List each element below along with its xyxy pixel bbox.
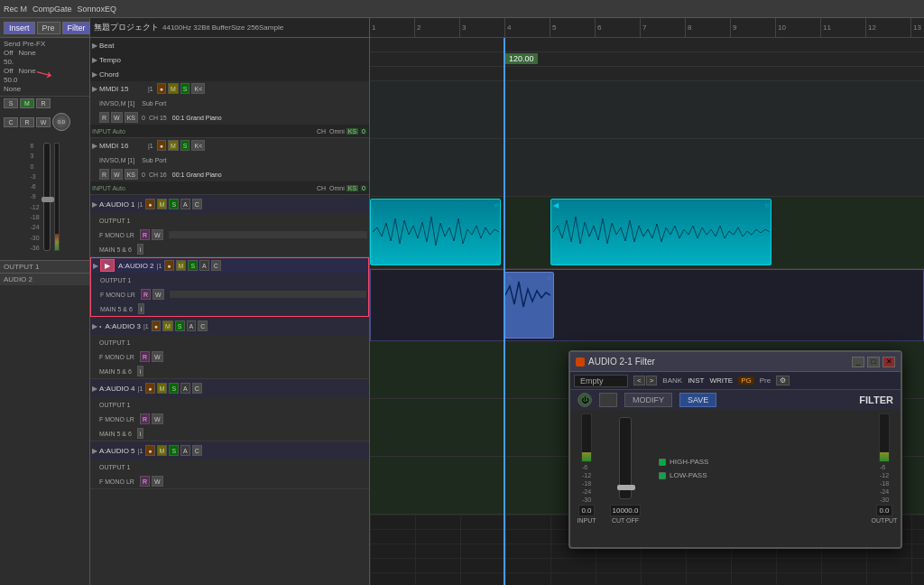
- midi15-arrange[interactable]: [370, 81, 924, 139]
- audio5-m[interactable]: M: [157, 445, 168, 456]
- audio3-s[interactable]: S: [175, 320, 185, 331]
- audio5-r2[interactable]: R: [140, 476, 150, 487]
- audio4-m[interactable]: M: [157, 383, 168, 394]
- lp-checkbox[interactable]: [659, 472, 666, 479]
- insert-tab[interactable]: Insert: [4, 22, 35, 34]
- hp-checkbox[interactable]: [659, 459, 666, 466]
- minimize-btn[interactable]: _: [852, 357, 864, 367]
- midi15-s[interactable]: S: [180, 83, 190, 94]
- maximize-btn[interactable]: □: [867, 357, 880, 367]
- cutoff-fader-thumb[interactable]: [617, 485, 635, 490]
- midi15-expand[interactable]: ▶: [92, 85, 97, 93]
- audio2-expand[interactable]: ▶: [93, 262, 98, 270]
- audio4-a[interactable]: A: [180, 383, 190, 394]
- audio3-w2[interactable]: W: [152, 351, 163, 362]
- midi16-r[interactable]: R: [99, 169, 109, 180]
- midi16-expand[interactable]: ▶: [92, 142, 97, 150]
- save-btn[interactable]: SAVE: [679, 393, 716, 407]
- audio1-expand[interactable]: ▶: [92, 200, 97, 209]
- midi15-w[interactable]: W: [111, 112, 123, 123]
- settings-btn[interactable]: ⚙: [776, 376, 790, 385]
- audio2-w2[interactable]: W: [152, 289, 164, 300]
- audio2-arrange[interactable]: ○ ○: [370, 269, 924, 341]
- audio2-clip1-end[interactable]: ○: [547, 274, 551, 283]
- audio3-name[interactable]: A:AUDIO 3: [105, 322, 141, 330]
- audio2-c[interactable]: C: [211, 260, 221, 271]
- audio2-clip1[interactable]: ○ ○: [504, 272, 554, 339]
- r-btn[interactable]: R: [36, 98, 51, 108]
- audio3-m[interactable]: M: [162, 320, 173, 331]
- audio2-name[interactable]: A:AUDIO 2: [118, 262, 154, 270]
- preset-selector[interactable]: Empty: [574, 375, 628, 387]
- audio1-arrange[interactable]: ○ ○ ◀: [370, 197, 924, 269]
- midi16-m[interactable]: M: [168, 140, 179, 151]
- audio1-clip1[interactable]: ○: [370, 199, 501, 265]
- midi15-k[interactable]: K<: [191, 83, 205, 94]
- audio3-expand[interactable]: ▶: [92, 322, 97, 330]
- audio4-dot[interactable]: ●: [145, 383, 154, 394]
- audio3-dot[interactable]: ●: [152, 320, 161, 331]
- chord-expand[interactable]: ▶: [92, 70, 97, 79]
- midi16-s[interactable]: S: [180, 140, 190, 151]
- midi15-ks[interactable]: KS: [125, 112, 138, 123]
- audio2-m[interactable]: M: [176, 260, 187, 271]
- prev-preset-btn[interactable]: <: [633, 376, 645, 385]
- clip1-handle[interactable]: ○: [494, 201, 498, 209]
- clip2-handle[interactable]: ○: [764, 201, 769, 209]
- beat-expand[interactable]: ▶: [92, 42, 97, 50]
- audio5-name[interactable]: A:AUDIO 5: [99, 447, 135, 455]
- audio1-s[interactable]: S: [169, 199, 179, 209]
- audio4-r2[interactable]: R: [140, 413, 150, 424]
- audio1-m[interactable]: M: [157, 199, 168, 209]
- s-btn[interactable]: S: [4, 98, 18, 108]
- knob[interactable]: 0.0: [52, 113, 70, 131]
- power-btn[interactable]: ⏻: [578, 393, 592, 407]
- midi16-arrange[interactable]: [370, 139, 924, 197]
- midi15-dot[interactable]: ●: [157, 83, 166, 94]
- audio1-c[interactable]: C: [192, 199, 202, 209]
- audio2-s[interactable]: S: [188, 260, 198, 271]
- cutoff-fader[interactable]: [619, 417, 632, 499]
- midi15-m[interactable]: M: [168, 83, 179, 94]
- sonnox-btn[interactable]: SonnoxEQ: [78, 5, 117, 14]
- audio2-clip1-start[interactable]: ○: [507, 274, 512, 283]
- audio4-info[interactable]: i: [137, 428, 144, 439]
- audio2-a[interactable]: A: [199, 260, 209, 271]
- audio4-w2[interactable]: W: [152, 413, 163, 424]
- pre-tab[interactable]: Pre: [37, 22, 60, 34]
- modify-btn[interactable]: MODIFY: [624, 393, 672, 407]
- audio2-info[interactable]: i: [138, 303, 145, 314]
- audio5-w2[interactable]: W: [152, 476, 163, 487]
- audio2-play-btn[interactable]: ▶: [100, 259, 115, 272]
- audio3-c[interactable]: C: [198, 320, 208, 331]
- w-btn[interactable]: W: [36, 117, 51, 127]
- tempo-expand[interactable]: ▶: [92, 56, 97, 64]
- audio4-s[interactable]: S: [169, 383, 179, 394]
- audio5-a[interactable]: A: [180, 445, 190, 456]
- midi16-dot[interactable]: ●: [157, 140, 166, 151]
- audio5-dot[interactable]: ●: [145, 445, 154, 456]
- compgate-btn[interactable]: CompGate: [32, 5, 72, 14]
- audio1-w2[interactable]: W: [152, 229, 163, 240]
- audio5-c[interactable]: C: [192, 445, 202, 456]
- midi16-w[interactable]: W: [111, 169, 123, 180]
- midi-icon[interactable]: [599, 393, 617, 407]
- next-preset-btn[interactable]: >: [646, 376, 658, 385]
- filter-tab[interactable]: Filter: [62, 22, 91, 34]
- r-btn2[interactable]: R: [20, 117, 34, 127]
- audio1-r2[interactable]: R: [140, 229, 150, 240]
- m-btn[interactable]: M: [20, 98, 34, 108]
- close-btn[interactable]: ✕: [882, 357, 895, 367]
- midi16-name[interactable]: MMDI 16: [99, 142, 144, 150]
- audio1-clip2[interactable]: ○ ◀: [550, 199, 772, 265]
- audio1-name[interactable]: A:AUDIO 1: [99, 200, 135, 209]
- audio3-r2[interactable]: R: [140, 351, 150, 362]
- audio3-a[interactable]: A: [187, 320, 197, 331]
- audio3-info[interactable]: i: [137, 366, 144, 376]
- audio4-expand[interactable]: ▶: [92, 385, 97, 393]
- fader-thumb[interactable]: [42, 197, 54, 202]
- volume-fader[interactable]: [43, 143, 51, 251]
- audio2-dot[interactable]: ●: [164, 260, 173, 271]
- audio4-c[interactable]: C: [192, 383, 202, 394]
- audio5-s[interactable]: S: [169, 445, 179, 456]
